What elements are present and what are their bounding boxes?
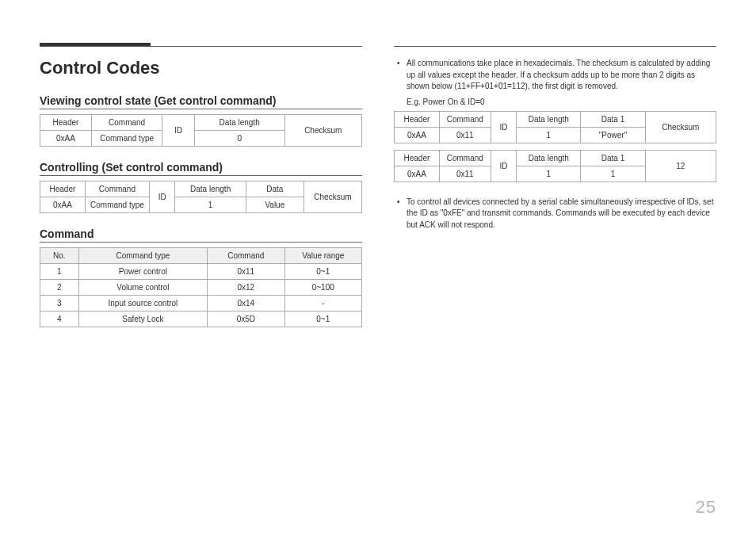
td-header: 0xAA bbox=[40, 197, 86, 213]
example-table-2: Header Command ID Data length Data 1 12 … bbox=[394, 150, 716, 182]
td-data1: 1 bbox=[581, 166, 645, 182]
th-dlen: Data length bbox=[194, 115, 284, 131]
note-hex: All communications take place in hexadec… bbox=[394, 58, 716, 93]
section-viewing: Viewing control state (Get control comma… bbox=[40, 94, 362, 109]
section-controlling: Controlling (Set control command) bbox=[40, 161, 362, 176]
table-row: 2 Volume control 0x12 0~100 bbox=[40, 280, 362, 296]
hr-right bbox=[394, 46, 716, 47]
th-command: Command bbox=[439, 150, 491, 166]
th-no: No. bbox=[40, 248, 79, 264]
left-column: Control Codes Viewing control state (Get… bbox=[40, 40, 362, 342]
td-command: Command type bbox=[85, 197, 149, 213]
controlling-table: Header Command ID Data length Data Check… bbox=[40, 181, 362, 213]
td-header: 0xAA bbox=[395, 166, 440, 182]
hr-left bbox=[40, 46, 362, 47]
td-dlen: 1 bbox=[175, 197, 246, 213]
th-command: Command bbox=[439, 111, 491, 127]
th-dlen: Data length bbox=[517, 150, 581, 166]
table-row: 3 Input source control 0x14 - bbox=[40, 296, 362, 311]
td-checksum: 12 bbox=[645, 150, 716, 182]
th-cmd: Command bbox=[208, 248, 284, 264]
th-command: Command bbox=[91, 115, 162, 131]
notes-top: All communications take place in hexadec… bbox=[394, 58, 716, 93]
th-command: Command bbox=[85, 182, 149, 197]
table-row: 4 Safety Lock 0x5D 0~1 bbox=[40, 311, 362, 327]
th-header: Header bbox=[40, 182, 86, 197]
right-column: All communications take place in hexadec… bbox=[394, 40, 716, 342]
td-dlen: 1 bbox=[517, 127, 581, 143]
th-dlen: Data length bbox=[175, 182, 246, 197]
page-number: 25 bbox=[696, 497, 716, 518]
th-checksum: Checksum bbox=[284, 115, 361, 147]
td-dlen: 1 bbox=[517, 166, 581, 182]
th-checksum: Checksum bbox=[645, 111, 716, 143]
td-command: Command type bbox=[91, 131, 162, 147]
th-id: ID bbox=[162, 115, 195, 147]
td-command: 0x11 bbox=[439, 127, 491, 143]
columns: Control Codes Viewing control state (Get… bbox=[40, 40, 716, 342]
th-id: ID bbox=[491, 150, 516, 182]
viewing-table: Header Command ID Data length Checksum 0… bbox=[40, 114, 362, 147]
th-id: ID bbox=[491, 111, 516, 143]
example-label: E.g. Power On & ID=0 bbox=[407, 97, 716, 106]
th-id: ID bbox=[150, 182, 175, 213]
notes-bottom: To control all devices connected by a se… bbox=[394, 197, 716, 231]
note-broadcast: To control all devices connected by a se… bbox=[394, 197, 716, 231]
th-data1: Data 1 bbox=[581, 150, 645, 166]
th-dlen: Data length bbox=[517, 111, 581, 127]
th-header: Header bbox=[40, 115, 92, 131]
th-data1: Data 1 bbox=[581, 111, 645, 127]
section-command: Command bbox=[40, 227, 362, 243]
td-command: 0x11 bbox=[439, 166, 491, 182]
td-header: 0xAA bbox=[40, 131, 92, 147]
th-data: Data bbox=[246, 182, 304, 197]
command-table: No. Command type Command Value range 1 P… bbox=[40, 247, 362, 327]
th-type: Command type bbox=[78, 248, 207, 264]
th-checksum: Checksum bbox=[304, 182, 361, 213]
th-range: Value range bbox=[284, 248, 361, 264]
page-title: Control Codes bbox=[40, 58, 362, 78]
table-row: 1 Power control 0x11 0~1 bbox=[40, 264, 362, 280]
th-header: Header bbox=[395, 111, 440, 127]
td-header: 0xAA bbox=[395, 127, 440, 143]
page: Control Codes Viewing control state (Get… bbox=[0, 0, 756, 535]
td-data: Value bbox=[246, 197, 304, 213]
example-table-1: Header Command ID Data length Data 1 Che… bbox=[394, 111, 716, 143]
th-header: Header bbox=[395, 150, 440, 166]
td-data1: "Power" bbox=[581, 127, 645, 143]
td-dlen: 0 bbox=[194, 131, 284, 147]
